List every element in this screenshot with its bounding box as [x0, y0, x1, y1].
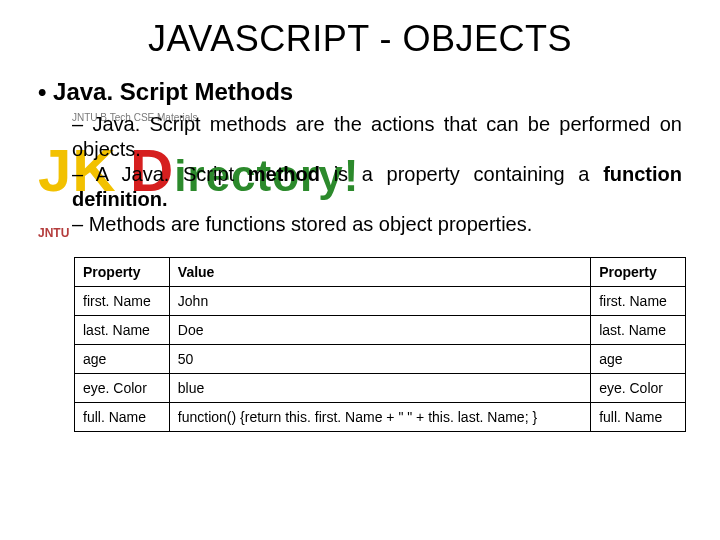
page-title: JAVASCRIPT - OBJECTS: [38, 18, 682, 60]
content-area: JNTU B.Tech CSE Materials JK Directory! …: [38, 110, 682, 257]
table-cell: John: [169, 287, 590, 316]
table-cell: Doe: [169, 316, 590, 345]
table-cell: full. Name: [591, 403, 686, 432]
table-cell: age: [75, 345, 170, 374]
table-cell: eye. Color: [75, 374, 170, 403]
table-row: last. Name Doe last. Name: [75, 316, 686, 345]
table-cell: age: [591, 345, 686, 374]
bullet-list: Java. Script methods are the actions tha…: [38, 112, 682, 237]
table-row: first. Name John first. Name: [75, 287, 686, 316]
properties-table: Property Value Property first. Name John…: [74, 257, 686, 432]
table-cell: eye. Color: [591, 374, 686, 403]
table-cell: first. Name: [75, 287, 170, 316]
table-row: eye. Color blue eye. Color: [75, 374, 686, 403]
bullet-item: A Java. Script method is a property cont…: [72, 162, 682, 212]
table-row: full. Name function() {return this. firs…: [75, 403, 686, 432]
table-header: Property: [591, 258, 686, 287]
table-header-row: Property Value Property: [75, 258, 686, 287]
bullet-item: Methods are functions stored as object p…: [72, 212, 682, 237]
table-cell: last. Name: [75, 316, 170, 345]
bullet-item: Java. Script methods are the actions tha…: [72, 112, 682, 162]
table-cell: last. Name: [591, 316, 686, 345]
section-heading: Java. Script Methods: [38, 78, 682, 106]
table-cell: 50: [169, 345, 590, 374]
table-cell: first. Name: [591, 287, 686, 316]
table-row: age 50 age: [75, 345, 686, 374]
table-header: Value: [169, 258, 590, 287]
table-cell: blue: [169, 374, 590, 403]
table-header: Property: [75, 258, 170, 287]
table-cell: full. Name: [75, 403, 170, 432]
table-cell: function() {return this. first. Name + "…: [169, 403, 590, 432]
